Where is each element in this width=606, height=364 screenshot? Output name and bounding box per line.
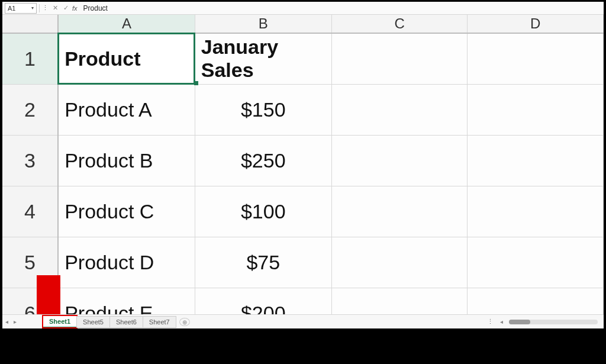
cell-d6[interactable] — [468, 288, 604, 314]
column-header-b[interactable]: B — [195, 15, 331, 33]
column-header-a[interactable]: A — [58, 15, 195, 33]
cell-c5[interactable] — [331, 237, 468, 288]
cell-a2[interactable]: Product A — [58, 84, 195, 135]
tabs-menu-dots-icon[interactable]: ⋮ — [487, 318, 494, 326]
cell-c6[interactable] — [331, 288, 468, 314]
cell-b4[interactable]: $100 — [195, 186, 331, 237]
chevron-down-icon: ▾ — [31, 5, 34, 11]
horizontal-scrollbar[interactable] — [509, 320, 598, 324]
cell-a1[interactable]: Product — [58, 33, 195, 84]
cell-b5[interactable]: $75 — [195, 237, 331, 288]
cell-b1[interactable]: January Sales — [195, 33, 331, 84]
cell-b3[interactable]: $250 — [195, 135, 331, 186]
formula-bar: A1 ▾ ⋮ ✕ ✓ fx Product — [2, 2, 604, 15]
tab-prev-button[interactable]: ◂ — [2, 318, 11, 325]
cell-d5[interactable] — [468, 237, 604, 288]
cell-d4[interactable] — [468, 186, 604, 237]
select-all-corner[interactable] — [2, 15, 58, 33]
cell-c2[interactable] — [331, 84, 468, 135]
row-header-2[interactable]: 2 — [2, 84, 58, 135]
row-header-6[interactable]: 6 — [2, 288, 58, 314]
menu-dots-icon[interactable]: ⋮ — [42, 4, 49, 12]
row-header-3[interactable]: 3 — [2, 135, 58, 186]
cell-b2[interactable]: $150 — [195, 84, 331, 135]
sheet-tab-sheet1[interactable]: Sheet1 — [43, 315, 77, 328]
cancel-button[interactable]: ✕ — [51, 4, 59, 12]
cell-a4[interactable]: Product C — [58, 186, 195, 237]
row-header-1[interactable]: 1 — [2, 33, 58, 84]
h-scroll-left[interactable]: ◂ — [497, 318, 505, 325]
cell-c4[interactable] — [331, 186, 468, 237]
cell-a6[interactable]: Product E — [58, 288, 195, 314]
cell-a5[interactable]: Product D — [58, 237, 195, 288]
cell-d2[interactable] — [468, 84, 604, 135]
bottom-black-bar — [2, 328, 604, 362]
sheet-tab-sheet5[interactable]: Sheet5 — [76, 316, 110, 328]
row-header-5[interactable]: 5 — [2, 237, 58, 288]
fill-handle[interactable] — [194, 81, 198, 85]
scrollbar-thumb[interactable] — [509, 320, 530, 324]
row-header-4[interactable]: 4 — [2, 186, 58, 237]
column-header-d[interactable]: D — [468, 15, 604, 33]
sheet-tab-sheet7[interactable]: Sheet7 — [143, 316, 176, 328]
spreadsheet-grid[interactable]: A B C D 1 Product January Sales 2 Produc… — [2, 15, 604, 314]
cell-a3[interactable]: Product B — [58, 135, 195, 186]
cell-d3[interactable] — [468, 135, 604, 186]
divider — [39, 4, 40, 12]
name-box-value: A1 — [8, 5, 15, 12]
cell-c3[interactable] — [331, 135, 468, 186]
cell-d1[interactable] — [468, 33, 604, 84]
formula-bar-input[interactable]: Product — [80, 4, 604, 12]
excel-window: A1 ▾ ⋮ ✕ ✓ fx Product A B C D 1 Product … — [0, 0, 606, 364]
grid-area: A B C D 1 Product January Sales 2 Produc… — [2, 15, 604, 314]
name-box[interactable]: A1 ▾ — [5, 3, 37, 14]
fx-icon[interactable]: fx — [72, 5, 78, 12]
enter-button[interactable]: ✓ — [62, 4, 70, 12]
new-sheet-button[interactable]: ⊕ — [179, 318, 190, 326]
tab-next-button[interactable]: ▸ — [11, 318, 19, 325]
column-header-c[interactable]: C — [331, 15, 468, 33]
sheet-tabs-bar: ◂ ▸ Sheet1 Sheet5 Sheet6 Sheet7 ⊕ ⋮ ◂ — [2, 314, 604, 328]
cell-c1[interactable] — [331, 33, 468, 84]
cell-b6[interactable]: $200 — [195, 288, 331, 314]
sheet-tab-sheet6[interactable]: Sheet6 — [109, 316, 143, 328]
